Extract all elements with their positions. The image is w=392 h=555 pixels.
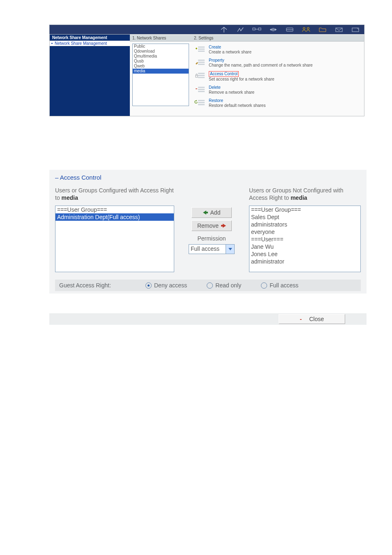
svg-point-9 (303, 28, 305, 30)
sidebar-item-label: Network Share Management (55, 41, 107, 46)
settings-row-create[interactable]: CreateCreate a network share (196, 45, 360, 55)
quick-icon[interactable] (237, 26, 244, 33)
eject-icon[interactable] (352, 26, 359, 33)
settings-row-access-control[interactable]: Access ControlSet access right for a net… (196, 71, 360, 82)
share-icon[interactable] (270, 26, 277, 33)
list-item[interactable]: Jones Lee (249, 250, 360, 258)
settings-heading: 2. Settings (191, 35, 364, 42)
guest-radio-label: Read only (215, 282, 241, 289)
settings-row-title: Access Control (209, 71, 239, 77)
settings-row-desc: Create a network share (209, 50, 251, 55)
settings-row-desc: Change the name, path and comment of a n… (209, 63, 313, 68)
svg-rect-32 (198, 104, 205, 105)
not-configured-listbox[interactable]: ===User Group===Sales Deptadministrators… (249, 206, 361, 272)
settings-row-title: Delete (209, 85, 254, 90)
add-button[interactable]: Add (191, 207, 232, 218)
list-item[interactable]: Sales Dept (249, 213, 360, 221)
svg-marker-4 (270, 28, 272, 31)
svg-marker-36 (228, 248, 232, 250)
user-icon[interactable] (302, 26, 310, 33)
settings-row-desc: Remove a network share (209, 90, 254, 95)
guest-access-label: Guest Access Right: (59, 282, 145, 289)
share-item[interactable]: media (133, 69, 189, 74)
svg-rect-23 (198, 75, 205, 76)
svg-marker-5 (275, 28, 277, 31)
not-configured-label: Users or Groups Not Configured with Acce… (249, 187, 361, 201)
settings-row-delete[interactable]: DeleteRemove a network share (196, 85, 360, 95)
settings-row-restore[interactable]: RestoreRestore default network shares (196, 98, 360, 108)
svg-rect-16 (198, 51, 205, 52)
list-item[interactable]: ===User=== (249, 236, 360, 243)
list-item[interactable]: administrators (249, 221, 360, 228)
settings-row-title: Property (209, 58, 313, 63)
network-share-management-panel: Network Share Management Network Share M… (49, 25, 364, 116)
top-toolbar (49, 25, 364, 34)
guest-access-row: Guest Access Right: Deny accessRead only… (55, 280, 361, 291)
settings-row-title: Create (209, 45, 251, 50)
permission-select[interactable]: Full access (189, 244, 235, 254)
arrow-left-icon (203, 210, 208, 215)
svg-rect-15 (198, 49, 205, 50)
sidebar-heading: Network Share Management (50, 35, 130, 41)
folder-icon[interactable] (319, 26, 326, 33)
settings-row-desc: Set access right for a network share (209, 77, 274, 82)
svg-marker-35 (221, 224, 226, 228)
settings-row-title: Restore (209, 98, 265, 103)
shares-listbox[interactable]: PublicQdownloadQmultimediaQusbQwebmedia (132, 44, 189, 106)
guest-radio-label: Full access (270, 282, 298, 289)
permission-label: Permission (197, 235, 226, 242)
svg-rect-26 (198, 87, 205, 88)
minus-icon: - (300, 316, 302, 322)
settings-icon (196, 45, 206, 53)
shares-heading: 1. Network Shares (130, 35, 191, 42)
configured-listbox[interactable]: ===User Group===Administration Dept(Full… (55, 206, 174, 272)
network-icon[interactable] (253, 26, 261, 33)
svg-rect-27 (198, 89, 205, 90)
settings-row-property[interactable]: PropertyChange the name, path and commen… (196, 58, 360, 68)
configured-label: Users or Groups Configured with Access R… (55, 187, 174, 201)
list-item[interactable]: ===User Group=== (55, 206, 174, 213)
home-icon[interactable] (220, 26, 228, 33)
close-button[interactable]: - Close (279, 314, 345, 324)
guest-radio-deny-access[interactable]: Deny access (145, 282, 187, 289)
svg-rect-30 (198, 100, 205, 101)
main-area: 1. Network Shares PublicQdownloadQmultim… (130, 35, 364, 116)
share-item[interactable]: Qusb (133, 59, 189, 64)
svg-rect-31 (198, 102, 205, 103)
svg-rect-28 (198, 91, 205, 92)
svg-marker-33 (196, 100, 197, 102)
settings-icon (196, 71, 206, 79)
svg-rect-24 (198, 77, 205, 78)
sidebar: Network Share Management Network Share M… (50, 35, 130, 116)
list-item[interactable]: Jane Wu (249, 243, 360, 250)
remove-button[interactable]: Remove (191, 220, 232, 231)
access-control-heading: – Access Control (55, 174, 361, 181)
list-item[interactable]: everyone (249, 228, 360, 236)
share-item[interactable]: Public (133, 44, 189, 49)
svg-rect-22 (198, 73, 205, 74)
list-item[interactable]: administrator (249, 258, 360, 265)
settings-icon (196, 58, 206, 66)
svg-rect-20 (198, 62, 205, 63)
settings-icon (196, 98, 206, 106)
svg-rect-1 (258, 28, 261, 30)
arrow-right-icon (221, 224, 226, 228)
list-item[interactable]: Administration Dept(Full access) (55, 213, 174, 221)
svg-point-10 (307, 28, 309, 30)
sidebar-item-network-share-management[interactable]: Network Share Management (50, 41, 130, 46)
settings-icon (196, 85, 206, 93)
svg-line-13 (357, 28, 359, 30)
svg-rect-19 (198, 60, 205, 61)
mail-icon[interactable] (335, 26, 343, 33)
storage-icon[interactable] (286, 26, 293, 33)
share-item[interactable]: Qdownload (133, 49, 189, 54)
chevron-down-icon (226, 245, 234, 254)
share-item[interactable]: Qweb (133, 64, 189, 69)
guest-radio-read-only[interactable]: Read only (207, 282, 241, 289)
list-item[interactable]: ===User Group=== (249, 206, 360, 213)
footer-bar: - Close (49, 313, 367, 325)
svg-rect-0 (253, 28, 255, 30)
guest-radio-label: Deny access (154, 282, 187, 289)
share-item[interactable]: Qmultimedia (133, 54, 189, 59)
guest-radio-full-access[interactable]: Full access (261, 282, 298, 289)
